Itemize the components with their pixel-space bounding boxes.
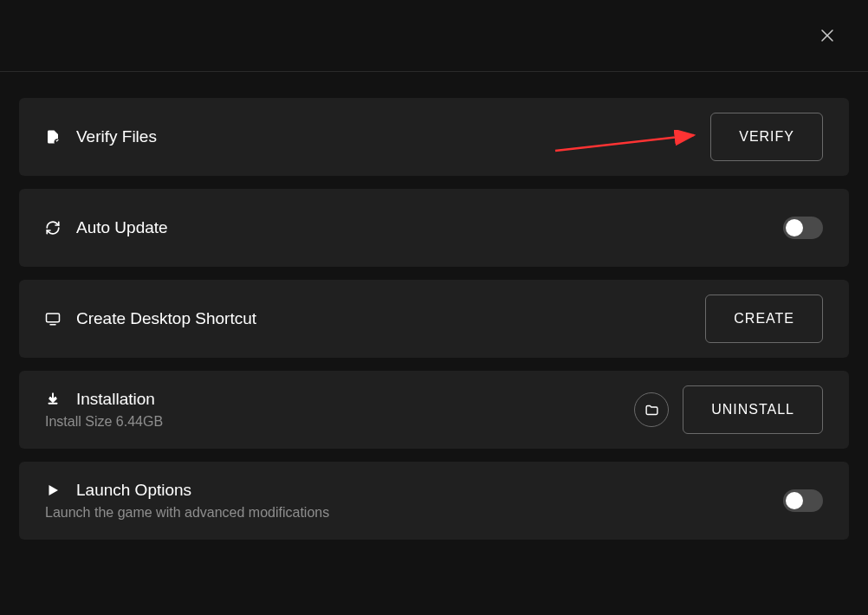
installation-title: Installation [76,390,155,409]
settings-list: Verify Files VERIFY Auto Update [0,72,868,540]
launch-options-subtitle: Launch the game with advanced modificati… [45,505,329,521]
auto-update-title: Auto Update [76,218,168,237]
header [0,0,868,72]
create-shortcut-button[interactable]: CREATE [705,295,823,343]
create-shortcut-row: Create Desktop Shortcut CREATE [19,280,849,358]
launch-options-row: Launch Options Launch the game with adva… [19,462,849,540]
verify-files-row: Verify Files VERIFY [19,98,849,176]
create-shortcut-title: Create Desktop Shortcut [76,309,256,328]
svg-rect-4 [49,403,58,405]
desktop-icon [45,311,61,327]
sync-icon [45,220,61,236]
download-icon [45,392,61,407]
auto-update-toggle[interactable] [783,217,823,239]
verify-button[interactable]: VERIFY [710,113,823,161]
file-check-icon [45,129,61,145]
installation-size: Install Size 6.44GB [45,414,163,430]
auto-update-row: Auto Update [19,189,849,267]
open-folder-button[interactable] [634,392,669,427]
close-icon[interactable] [819,28,835,43]
play-icon [45,482,61,498]
launch-options-title: Launch Options [76,481,191,500]
launch-options-toggle[interactable] [783,489,823,512]
svg-rect-2 [47,314,60,322]
verify-files-title: Verify Files [76,127,157,146]
uninstall-button[interactable]: UNINSTALL [683,385,823,434]
installation-row: Installation Install Size 6.44GB UNINSTA… [19,371,849,449]
